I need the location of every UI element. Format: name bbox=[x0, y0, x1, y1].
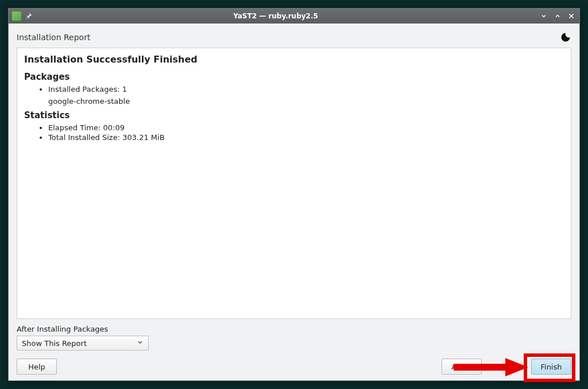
close-button[interactable] bbox=[567, 11, 576, 21]
statistics-heading: Statistics bbox=[24, 110, 564, 120]
after-installing-dropdown[interactable]: Show This Report bbox=[17, 336, 149, 351]
abort-button[interactable]: Abort bbox=[442, 359, 482, 375]
content-area: Installation Report Installation Success… bbox=[9, 24, 579, 380]
maximize-button[interactable] bbox=[553, 11, 562, 21]
after-installing-label: After Installing Packages bbox=[17, 325, 571, 333]
minimize-button[interactable] bbox=[539, 11, 548, 21]
abort-button-label: Abort bbox=[451, 363, 472, 371]
elapsed-time: Elapsed Time: 00:09 bbox=[48, 123, 564, 133]
finish-button-label: Finish bbox=[540, 363, 562, 371]
finish-button[interactable]: Finish bbox=[531, 359, 571, 375]
report-heading: Installation Successfully Finished bbox=[24, 54, 564, 65]
dropdown-selected: Show This Report bbox=[22, 339, 87, 348]
pin-icon[interactable] bbox=[25, 12, 33, 20]
chevron-down-icon bbox=[137, 339, 144, 348]
page-title: Installation Report bbox=[17, 33, 90, 42]
help-button[interactable]: Help bbox=[17, 359, 57, 375]
window-title: YaST2 — ruby.ruby2.5 bbox=[12, 12, 539, 20]
installed-package-item: google-chrome-stable bbox=[24, 97, 564, 106]
help-button-label: Help bbox=[28, 363, 45, 371]
yast-window: YaST2 — ruby.ruby2.5 Installation Report bbox=[8, 8, 580, 381]
total-installed-size: Total Installed Size: 303.21 MiB bbox=[48, 133, 564, 143]
theme-toggle-icon[interactable] bbox=[560, 32, 571, 43]
titlebar: YaST2 — ruby.ruby2.5 bbox=[9, 9, 579, 24]
packages-heading: Packages bbox=[24, 72, 564, 82]
installed-packages-count: Installed Packages: 1 bbox=[48, 84, 564, 95]
report-panel: Installation Successfully Finished Packa… bbox=[17, 48, 571, 319]
